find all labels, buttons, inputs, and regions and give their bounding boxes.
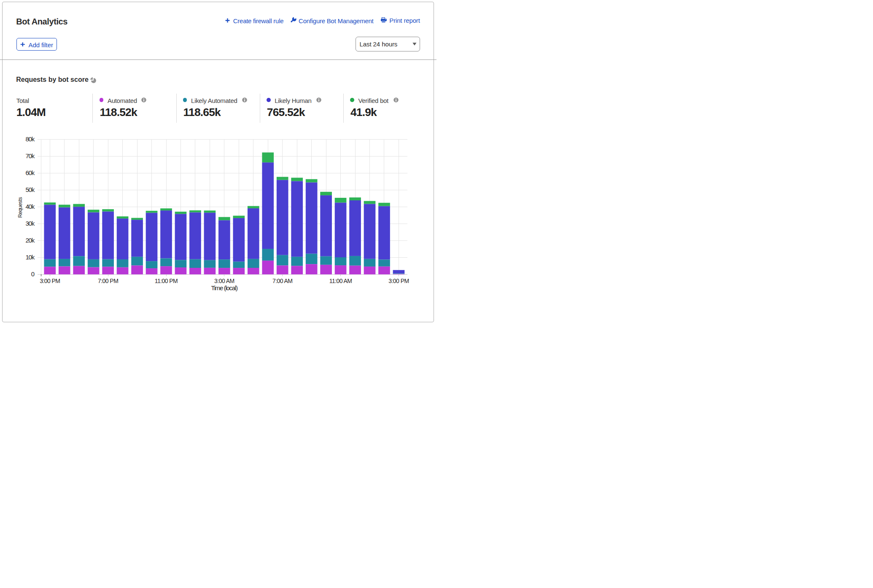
svg-text:3:00 PM: 3:00 PM (388, 278, 409, 284)
svg-text:40k: 40k (25, 203, 35, 210)
svg-text:10k: 10k (25, 254, 35, 261)
svg-text:7:00 AM: 7:00 AM (272, 278, 293, 284)
svg-text:11:00 PM: 11:00 PM (155, 278, 178, 284)
svg-text:50k: 50k (25, 186, 35, 193)
svg-text:Time (local): Time (local) (211, 284, 237, 291)
svg-text:30k: 30k (25, 220, 35, 227)
svg-text:60k: 60k (25, 169, 35, 176)
svg-text:3:00 AM: 3:00 AM (214, 278, 234, 284)
svg-text:0: 0 (31, 270, 35, 278)
svg-text:70k: 70k (25, 152, 35, 159)
svg-text:Requests: Requests (17, 197, 23, 218)
svg-text:20k: 20k (25, 237, 35, 244)
svg-text:7:00 PM: 7:00 PM (98, 278, 118, 284)
svg-text:80k: 80k (25, 135, 35, 143)
svg-text:11:00 AM: 11:00 AM (329, 278, 352, 284)
svg-text:3:00 PM: 3:00 PM (40, 278, 60, 284)
